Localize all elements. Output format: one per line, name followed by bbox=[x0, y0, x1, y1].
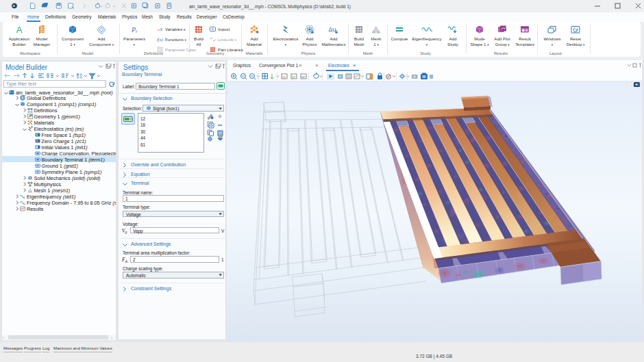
svg-text:f(x): f(x) bbox=[157, 37, 163, 42]
svg-text:xy: xy bbox=[282, 75, 286, 79]
svg-text:Pi: Pi bbox=[131, 26, 137, 34]
svg-text:yz: yz bbox=[292, 75, 296, 79]
svg-text:A: A bbox=[16, 25, 23, 34]
svg-text:xz: xz bbox=[301, 75, 306, 79]
svg-text:a: a bbox=[158, 27, 160, 32]
svg-text:Δu: Δu bbox=[328, 26, 336, 33]
